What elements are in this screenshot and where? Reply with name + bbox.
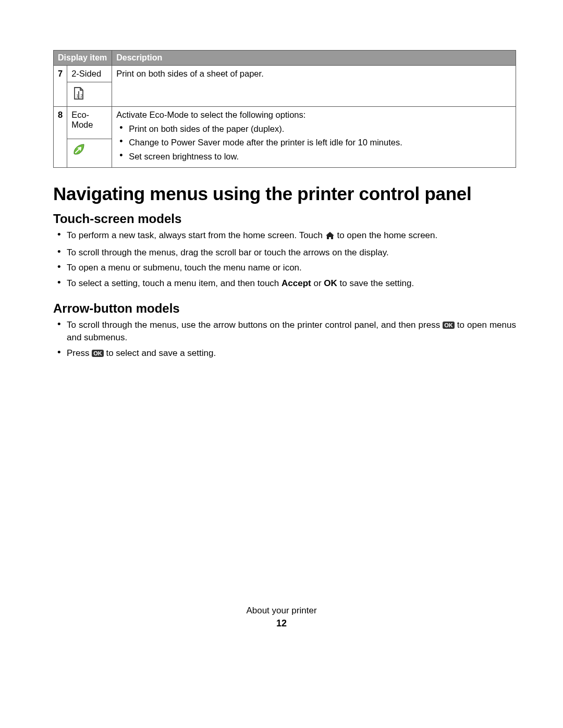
eco-bullet: Set screen brightness to low. xyxy=(129,151,511,162)
display-item-table: Display item Description 7 2-Sided Print… xyxy=(53,50,516,168)
row-number: 8 xyxy=(54,107,67,168)
ok-button-icon: OK xyxy=(443,322,455,329)
row-item-name: 2-Sided xyxy=(67,66,112,82)
svg-text:1: 1 xyxy=(76,93,79,98)
ok-button-icon: OK xyxy=(92,350,104,357)
home-icon xyxy=(325,231,335,243)
header-description: Description xyxy=(112,51,516,66)
list-item: To scroll through the menus, use the arr… xyxy=(67,319,516,344)
list-item: To open a menu or submenu, touch the men… xyxy=(67,262,516,274)
page-footer: About your printer 12 xyxy=(0,606,563,629)
eco-desc-intro: Activate Eco-Mode to select the followin… xyxy=(116,110,305,119)
arrow-button-list: To scroll through the menus, use the arr… xyxy=(53,319,516,359)
row-description: Print on both sides of a sheet of paper. xyxy=(112,66,516,107)
list-item: To select a setting, touch a menu item, … xyxy=(67,277,516,290)
row-number: 7 xyxy=(54,66,67,107)
arrow-button-heading: Arrow-button models xyxy=(53,301,516,316)
two-sided-icon: 1 2 xyxy=(71,85,87,103)
svg-text:2: 2 xyxy=(80,93,83,98)
touch-screen-heading: Touch-screen models xyxy=(53,212,516,226)
section-heading: Navigating menus using the printer contr… xyxy=(53,183,516,204)
touch-screen-list: To perform a new task, always start from… xyxy=(53,229,516,290)
list-item: Press OK to select and save a setting. xyxy=(67,347,516,360)
row-item-name: Eco-Mode xyxy=(67,107,112,139)
list-item: To perform a new task, always start from… xyxy=(67,229,516,243)
page-number: 12 xyxy=(0,618,563,629)
row-description: Activate Eco-Mode to select the followin… xyxy=(112,107,516,168)
table-row: 8 Eco-Mode Activate Eco-Mode to select t… xyxy=(54,107,516,139)
list-item: To scroll through the menus, drag the sc… xyxy=(67,246,516,259)
eco-bullet: Change to Power Saver mode after the pri… xyxy=(129,137,511,148)
eco-bullet: Print on both sides of the paper (duplex… xyxy=(129,123,511,134)
eco-mode-icon xyxy=(71,142,86,159)
table-row: 7 2-Sided Print on both sides of a sheet… xyxy=(54,66,516,82)
chapter-title: About your printer xyxy=(0,606,563,616)
header-display-item: Display item xyxy=(54,51,112,66)
